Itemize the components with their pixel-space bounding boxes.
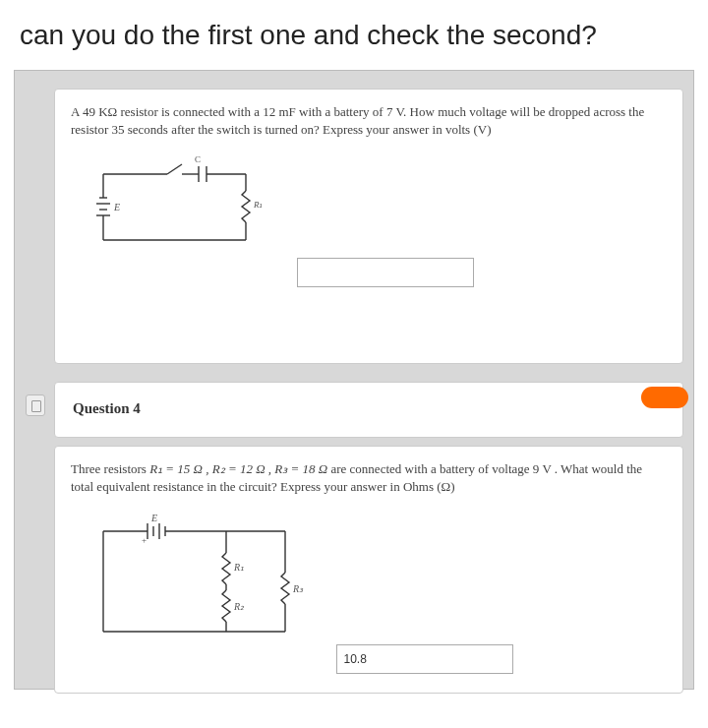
points-badge-redacted [641, 387, 688, 408]
q3-r1-label: R₁ [253, 200, 264, 210]
q4-text: Three resistors R₁ = 15 Ω , R₂ = 12 Ω , … [71, 460, 667, 496]
q4-r2-label: R₂ [233, 601, 245, 612]
svg-line-1 [167, 164, 182, 174]
q3-text: A 49 KΩ resistor is connected with a 12 … [71, 103, 667, 139]
q4-answer-input[interactable] [336, 644, 513, 674]
q3-answer-input[interactable] [297, 258, 474, 287]
q4-r1-label: R₁ [233, 562, 244, 573]
q3-cap-label: C [195, 156, 201, 164]
page-title: can you do the first one and check the s… [0, 0, 708, 62]
question-4-header-card: Question 4 [54, 382, 683, 438]
question-3-card: A 49 KΩ resistor is connected with a 12 … [54, 89, 683, 364]
q4-header: Question 4 [71, 393, 667, 427]
q4-equation: R₁ = 15 Ω , R₂ = 12 Ω , R₃ = 18 Ω [149, 461, 327, 476]
q4-r3-label: R₃ [292, 583, 304, 594]
q3-circuit-diagram: C R₁ E [88, 156, 275, 265]
q4-circuit-diagram: E + R₁ R₂ R₃ [88, 514, 315, 651]
q3-e-label: E [113, 202, 120, 212]
q4-text-prefix: Three resistors [71, 461, 149, 476]
question-4-card: Three resistors R₁ = 15 Ω , R₂ = 12 Ω , … [54, 446, 683, 694]
content-area: A 49 KΩ resistor is connected with a 12 … [14, 70, 694, 690]
bookmark-icon[interactable] [26, 394, 45, 416]
q4-e-label: E [150, 514, 157, 523]
q4-plus-label: + [142, 535, 147, 545]
